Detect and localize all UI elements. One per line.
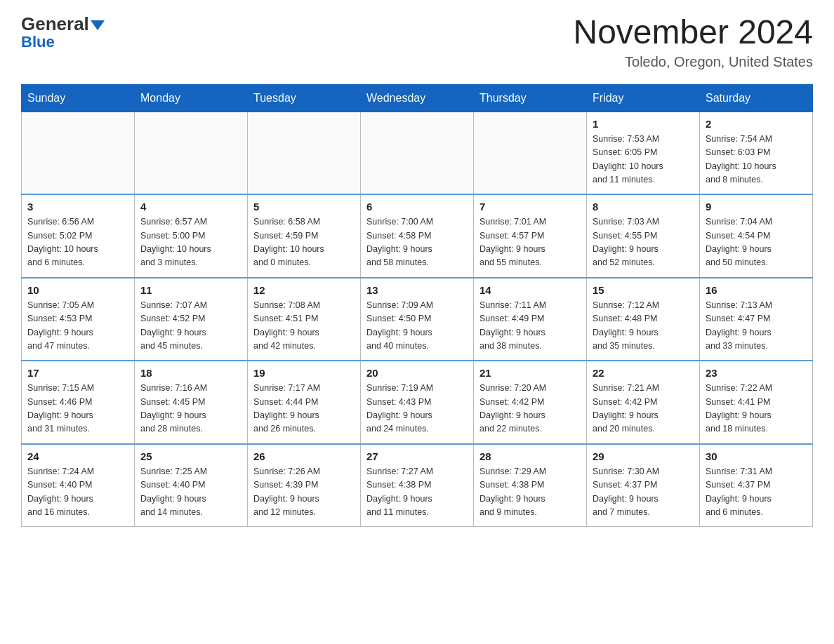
day-info: Sunrise: 7:20 AM Sunset: 4:42 PM Dayligh… <box>479 382 581 436</box>
calendar-week-row: 24Sunrise: 7:24 AM Sunset: 4:40 PM Dayli… <box>22 444 813 527</box>
day-info: Sunrise: 7:01 AM Sunset: 4:57 PM Dayligh… <box>479 215 581 270</box>
day-number: 17 <box>27 367 128 379</box>
day-number: 24 <box>27 450 128 462</box>
day-number: 26 <box>253 450 355 462</box>
day-number: 27 <box>366 450 468 462</box>
day-info: Sunrise: 7:26 AM Sunset: 4:39 PM Dayligh… <box>253 465 355 520</box>
day-info: Sunrise: 7:29 AM Sunset: 4:38 PM Dayligh… <box>479 465 581 520</box>
day-number: 16 <box>706 284 807 296</box>
calendar-cell: 27Sunrise: 7:27 AM Sunset: 4:38 PM Dayli… <box>361 444 474 527</box>
day-info: Sunrise: 7:24 AM Sunset: 4:40 PM Dayligh… <box>27 465 128 520</box>
calendar-cell: 22Sunrise: 7:21 AM Sunset: 4:42 PM Dayli… <box>587 361 700 444</box>
day-number: 1 <box>593 118 694 130</box>
day-number: 19 <box>253 367 355 379</box>
day-number: 8 <box>593 201 694 213</box>
calendar-cell: 20Sunrise: 7:19 AM Sunset: 4:43 PM Dayli… <box>361 361 474 444</box>
day-info: Sunrise: 7:22 AM Sunset: 4:41 PM Dayligh… <box>706 382 807 436</box>
day-info: Sunrise: 7:54 AM Sunset: 6:03 PM Dayligh… <box>706 133 807 187</box>
title-section: November 2024 Toledo, Oregon, United Sta… <box>573 14 813 70</box>
calendar-cell: 28Sunrise: 7:29 AM Sunset: 4:38 PM Dayli… <box>474 444 587 527</box>
calendar-cell: 26Sunrise: 7:26 AM Sunset: 4:39 PM Dayli… <box>248 444 361 527</box>
day-info: Sunrise: 7:03 AM Sunset: 4:55 PM Dayligh… <box>593 215 694 270</box>
weekday-header-sunday: Sunday <box>22 84 135 112</box>
day-number: 9 <box>706 201 807 213</box>
day-number: 30 <box>706 450 807 462</box>
weekday-header-wednesday: Wednesday <box>361 84 474 112</box>
day-info: Sunrise: 7:11 AM Sunset: 4:49 PM Dayligh… <box>479 299 581 354</box>
day-number: 20 <box>366 367 468 379</box>
day-info: Sunrise: 6:56 AM Sunset: 5:02 PM Dayligh… <box>27 215 128 270</box>
day-number: 21 <box>479 367 581 379</box>
day-info: Sunrise: 7:13 AM Sunset: 4:47 PM Dayligh… <box>706 299 807 354</box>
day-info: Sunrise: 7:04 AM Sunset: 4:54 PM Dayligh… <box>706 215 807 270</box>
day-info: Sunrise: 7:05 AM Sunset: 4:53 PM Dayligh… <box>27 299 128 354</box>
logo: General Blue <box>21 14 105 51</box>
day-number: 2 <box>706 118 807 130</box>
calendar-cell: 12Sunrise: 7:08 AM Sunset: 4:51 PM Dayli… <box>248 278 361 361</box>
logo-general: General <box>21 14 105 34</box>
calendar-cell: 1Sunrise: 7:53 AM Sunset: 6:05 PM Daylig… <box>587 112 700 194</box>
day-number: 14 <box>479 284 581 296</box>
day-number: 6 <box>366 201 468 213</box>
calendar-cell: 19Sunrise: 7:17 AM Sunset: 4:44 PM Dayli… <box>248 361 361 444</box>
calendar-cell: 4Sunrise: 6:57 AM Sunset: 5:00 PM Daylig… <box>135 194 248 278</box>
page-header: General Blue November 2024 Toledo, Orego… <box>21 14 813 70</box>
calendar-week-row: 10Sunrise: 7:05 AM Sunset: 4:53 PM Dayli… <box>22 278 813 361</box>
day-number: 28 <box>479 450 581 462</box>
day-number: 12 <box>253 284 355 296</box>
day-info: Sunrise: 7:15 AM Sunset: 4:46 PM Dayligh… <box>27 382 128 436</box>
calendar-cell <box>361 112 474 194</box>
month-title: November 2024 <box>573 14 813 51</box>
calendar-cell <box>135 112 248 194</box>
day-number: 29 <box>593 450 694 462</box>
calendar-cell: 17Sunrise: 7:15 AM Sunset: 4:46 PM Dayli… <box>22 361 135 444</box>
day-info: Sunrise: 7:27 AM Sunset: 4:38 PM Dayligh… <box>366 465 468 520</box>
calendar-week-row: 17Sunrise: 7:15 AM Sunset: 4:46 PM Dayli… <box>22 361 813 444</box>
day-info: Sunrise: 7:31 AM Sunset: 4:37 PM Dayligh… <box>706 465 807 520</box>
calendar-week-row: 3Sunrise: 6:56 AM Sunset: 5:02 PM Daylig… <box>22 194 813 278</box>
location-title: Toledo, Oregon, United States <box>573 54 813 70</box>
calendar-cell: 7Sunrise: 7:01 AM Sunset: 4:57 PM Daylig… <box>474 194 587 278</box>
calendar-cell: 3Sunrise: 6:56 AM Sunset: 5:02 PM Daylig… <box>22 194 135 278</box>
day-info: Sunrise: 7:30 AM Sunset: 4:37 PM Dayligh… <box>593 465 694 520</box>
calendar-cell: 11Sunrise: 7:07 AM Sunset: 4:52 PM Dayli… <box>135 278 248 361</box>
calendar-cell: 23Sunrise: 7:22 AM Sunset: 4:41 PM Dayli… <box>700 361 813 444</box>
calendar-cell <box>474 112 587 194</box>
calendar-cell: 15Sunrise: 7:12 AM Sunset: 4:48 PM Dayli… <box>587 278 700 361</box>
day-info: Sunrise: 7:07 AM Sunset: 4:52 PM Dayligh… <box>140 299 241 354</box>
calendar-cell: 21Sunrise: 7:20 AM Sunset: 4:42 PM Dayli… <box>474 361 587 444</box>
calendar-cell: 25Sunrise: 7:25 AM Sunset: 4:40 PM Dayli… <box>135 444 248 527</box>
weekday-header-friday: Friday <box>587 84 700 112</box>
day-number: 11 <box>140 284 241 296</box>
calendar-cell: 9Sunrise: 7:04 AM Sunset: 4:54 PM Daylig… <box>700 194 813 278</box>
day-info: Sunrise: 7:17 AM Sunset: 4:44 PM Dayligh… <box>253 382 355 436</box>
calendar-cell: 14Sunrise: 7:11 AM Sunset: 4:49 PM Dayli… <box>474 278 587 361</box>
day-number: 13 <box>366 284 468 296</box>
day-info: Sunrise: 7:16 AM Sunset: 4:45 PM Dayligh… <box>140 382 241 436</box>
day-number: 5 <box>253 201 355 213</box>
calendar-cell <box>248 112 361 194</box>
day-info: Sunrise: 7:19 AM Sunset: 4:43 PM Dayligh… <box>366 382 468 436</box>
weekday-header-row: SundayMondayTuesdayWednesdayThursdayFrid… <box>22 84 813 112</box>
day-info: Sunrise: 7:08 AM Sunset: 4:51 PM Dayligh… <box>253 299 355 354</box>
calendar-cell: 30Sunrise: 7:31 AM Sunset: 4:37 PM Dayli… <box>700 444 813 527</box>
calendar-cell: 16Sunrise: 7:13 AM Sunset: 4:47 PM Dayli… <box>700 278 813 361</box>
day-info: Sunrise: 7:53 AM Sunset: 6:05 PM Dayligh… <box>593 133 694 187</box>
calendar-cell: 10Sunrise: 7:05 AM Sunset: 4:53 PM Dayli… <box>22 278 135 361</box>
calendar-cell: 2Sunrise: 7:54 AM Sunset: 6:03 PM Daylig… <box>700 112 813 194</box>
weekday-header-monday: Monday <box>135 84 248 112</box>
calendar-cell: 24Sunrise: 7:24 AM Sunset: 4:40 PM Dayli… <box>22 444 135 527</box>
day-info: Sunrise: 6:58 AM Sunset: 4:59 PM Dayligh… <box>253 215 355 270</box>
day-number: 3 <box>27 201 128 213</box>
weekday-header-tuesday: Tuesday <box>248 84 361 112</box>
calendar-cell: 6Sunrise: 7:00 AM Sunset: 4:58 PM Daylig… <box>361 194 474 278</box>
day-info: Sunrise: 7:12 AM Sunset: 4:48 PM Dayligh… <box>593 299 694 354</box>
day-number: 7 <box>479 201 581 213</box>
calendar-cell <box>22 112 135 194</box>
weekday-header-saturday: Saturday <box>700 84 813 112</box>
calendar-week-row: 1Sunrise: 7:53 AM Sunset: 6:05 PM Daylig… <box>22 112 813 194</box>
day-number: 25 <box>140 450 241 462</box>
day-info: Sunrise: 7:25 AM Sunset: 4:40 PM Dayligh… <box>140 465 241 520</box>
day-number: 22 <box>593 367 694 379</box>
day-info: Sunrise: 7:00 AM Sunset: 4:58 PM Dayligh… <box>366 215 468 270</box>
